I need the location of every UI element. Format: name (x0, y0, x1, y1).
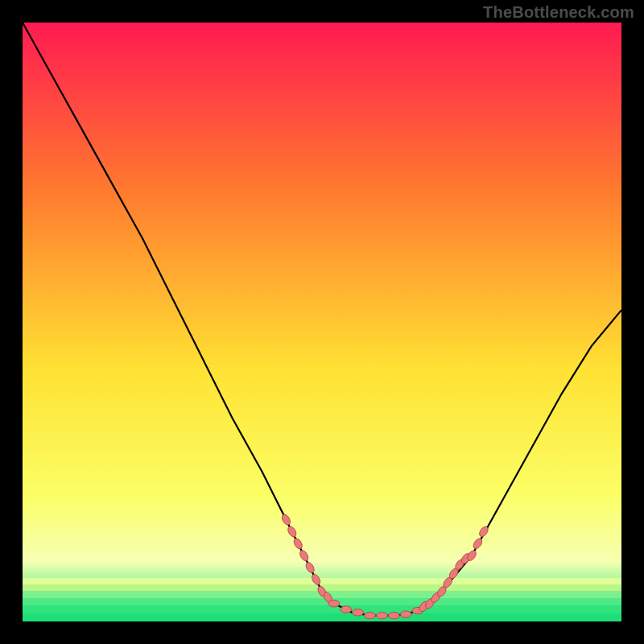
curve-marker (353, 609, 364, 616)
curve-marker (292, 537, 303, 550)
curve-marker (376, 612, 387, 618)
chart-frame: TheBottleneck.com (0, 0, 644, 644)
curve-marker (341, 606, 352, 613)
curve-marker (304, 561, 316, 574)
curve-marker (388, 612, 399, 618)
curve-marker (287, 525, 298, 538)
curve-layer (23, 23, 621, 621)
bottleneck-curve (23, 23, 621, 616)
curve-markers (280, 513, 489, 618)
curve-marker (400, 611, 411, 617)
curve-marker (328, 601, 340, 607)
curve-marker (310, 573, 321, 586)
watermark-text: TheBottleneck.com (483, 3, 634, 22)
curve-marker (299, 549, 310, 562)
curve-marker (365, 612, 376, 618)
plot-area (23, 23, 621, 621)
curve-marker (280, 513, 291, 526)
